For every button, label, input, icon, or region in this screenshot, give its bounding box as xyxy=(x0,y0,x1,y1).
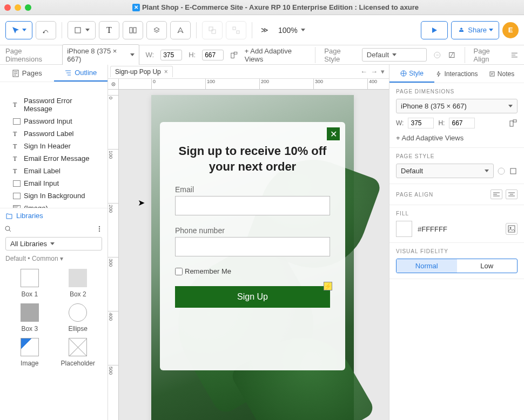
height-input-right[interactable] xyxy=(449,118,475,128)
phone-input[interactable] xyxy=(175,237,330,256)
page-align-label: Page Align xyxy=(473,47,504,63)
widget-box1[interactable]: Box 1 xyxy=(5,269,54,298)
document-tab[interactable]: Sign-up Pop Up× xyxy=(110,66,173,77)
svg-rect-8 xyxy=(231,53,234,58)
svg-point-19 xyxy=(113,84,114,85)
svg-rect-23 xyxy=(513,120,516,122)
library-dropdown[interactable]: All Libraries xyxy=(5,237,102,250)
canvas[interactable]: ✕ Sign up to receive 10% off your next o… xyxy=(119,90,389,420)
layers-tool[interactable] xyxy=(146,21,167,39)
select-tool[interactable] xyxy=(5,21,32,39)
page-dimensions-label: Page Dimensions xyxy=(5,47,56,63)
outline-item[interactable]: TSign In Header xyxy=(0,140,108,152)
minimize-window-button[interactable] xyxy=(15,4,21,11)
outline-list: TPassword Error MessagePassword InputTPa… xyxy=(0,94,108,208)
widget-box2[interactable]: Box 2 xyxy=(54,269,103,298)
orientation-toggle-icon[interactable] xyxy=(230,51,238,59)
widget-image[interactable]: Image xyxy=(5,338,54,367)
outline-item[interactable]: Sign In Background xyxy=(0,189,108,202)
outline-item[interactable]: (Image) xyxy=(0,202,108,208)
pen-tool[interactable] xyxy=(170,21,191,39)
nav-back-icon[interactable]: ← xyxy=(360,67,367,76)
close-tab-icon[interactable]: × xyxy=(164,68,168,76)
width-input[interactable] xyxy=(160,50,182,60)
outline-item[interactable]: Email Input xyxy=(0,177,108,189)
outline-item[interactable]: TPassword Label xyxy=(0,127,108,140)
group-tool[interactable] xyxy=(202,21,223,39)
device-dropdown[interactable]: iPhone 8 (375 × 667) xyxy=(62,44,139,66)
create-style-icon[interactable] xyxy=(448,51,456,59)
svg-point-0 xyxy=(43,31,45,33)
right-panel: Style Interactions Notes PAGE DIMENSIONS… xyxy=(389,65,524,420)
svg-rect-26 xyxy=(508,226,515,232)
window-title: ✕Plant Shop - E-Commerce Site - Axure RP… xyxy=(31,3,520,12)
lib-menu-icon[interactable] xyxy=(96,225,103,233)
widget-box3[interactable]: Box 3 xyxy=(5,303,54,333)
outline-item[interactable]: TEmail Label xyxy=(0,165,108,177)
share-button[interactable]: Share xyxy=(451,21,499,39)
user-avatar[interactable]: E xyxy=(502,22,519,38)
lib-search-icon[interactable] xyxy=(4,225,12,233)
maximize-window-button[interactable] xyxy=(25,4,31,11)
outline-search-input[interactable] xyxy=(8,84,98,92)
page-style-dropdown-right[interactable]: Default xyxy=(396,164,494,178)
vertical-ruler[interactable]: 0100200300400500 xyxy=(108,90,119,420)
height-input[interactable] xyxy=(202,50,224,60)
email-input[interactable] xyxy=(175,196,330,215)
widget-placeholder[interactable]: Placeholder xyxy=(54,338,103,367)
insert-tool[interactable] xyxy=(123,21,143,39)
ruler-origin[interactable] xyxy=(108,79,119,90)
update-style-icon-right[interactable] xyxy=(497,167,506,175)
signup-button[interactable]: Sign Up⚡ xyxy=(175,286,330,308)
tab-interactions[interactable]: Interactions xyxy=(434,65,479,83)
fill-swatch[interactable] xyxy=(396,221,412,237)
page-settings-bar: Page Dimensions iPhone 8 (375 × 667) W: … xyxy=(0,45,524,65)
preview-button[interactable] xyxy=(421,21,448,39)
widget-ellipse[interactable]: Ellipse xyxy=(54,303,103,333)
align-left-button[interactable] xyxy=(491,189,502,199)
visual-fidelity-toggle[interactable]: Normal Low xyxy=(396,259,518,273)
svg-rect-7 xyxy=(237,31,239,33)
nav-forward-icon[interactable]: → xyxy=(371,67,378,76)
zoom-control[interactable]: 100% xyxy=(275,26,308,35)
outline-item[interactable]: TEmail Error Message xyxy=(0,152,108,165)
main-toolbar: T ≫ 100% Share E xyxy=(0,15,524,45)
app-icon: ✕ xyxy=(132,4,140,11)
close-popup-button[interactable]: ✕ xyxy=(327,127,340,140)
cursor-icon: ➤ xyxy=(138,198,145,208)
add-adaptive-views-link-right[interactable]: + Add Adaptive Views xyxy=(396,134,518,142)
width-input-right[interactable] xyxy=(408,118,434,128)
align-left-icon[interactable] xyxy=(510,51,519,59)
page-style-dropdown[interactable]: Default xyxy=(362,48,427,62)
text-tool[interactable]: T xyxy=(99,21,119,39)
horizontal-ruler[interactable]: 0100200300400 xyxy=(119,79,389,90)
more-tools[interactable]: ≫ xyxy=(258,26,272,34)
device-dropdown-right[interactable]: iPhone 8 (375 × 667) xyxy=(396,99,518,113)
fidelity-normal[interactable]: Normal xyxy=(397,259,457,273)
shape-tool[interactable] xyxy=(68,21,96,39)
close-window-button[interactable] xyxy=(4,4,11,11)
library-category[interactable]: Default • Common ▾ xyxy=(0,253,108,265)
tab-notes[interactable]: Notes xyxy=(479,65,524,83)
add-adaptive-views-link[interactable]: + Add Adaptive Views xyxy=(245,47,307,63)
tab-outline[interactable]: Outline xyxy=(54,65,108,82)
orientation-icon-right[interactable] xyxy=(509,119,518,127)
nav-menu-icon[interactable]: ▾ xyxy=(381,67,385,76)
fidelity-low[interactable]: Low xyxy=(457,259,518,273)
ungroup-tool[interactable] xyxy=(226,21,246,39)
outline-item[interactable]: TPassword Error Message xyxy=(0,94,108,115)
create-style-icon-right[interactable] xyxy=(509,167,518,175)
tab-style[interactable]: Style xyxy=(389,65,434,83)
tab-pages[interactable]: Pages xyxy=(0,65,54,82)
svg-point-27 xyxy=(510,227,512,229)
fill-image-icon[interactable] xyxy=(506,223,518,235)
connector-tool[interactable] xyxy=(36,21,56,39)
page-style-label: Page Style xyxy=(324,47,355,63)
email-label: Email xyxy=(175,185,330,194)
remember-checkbox[interactable]: Remember Me xyxy=(175,267,330,275)
align-center-button[interactable] xyxy=(506,189,518,199)
svg-point-15 xyxy=(99,226,100,227)
outline-item[interactable]: Password Input xyxy=(0,115,108,127)
libraries-header[interactable]: Libraries xyxy=(0,208,108,223)
update-style-icon[interactable] xyxy=(433,51,441,59)
